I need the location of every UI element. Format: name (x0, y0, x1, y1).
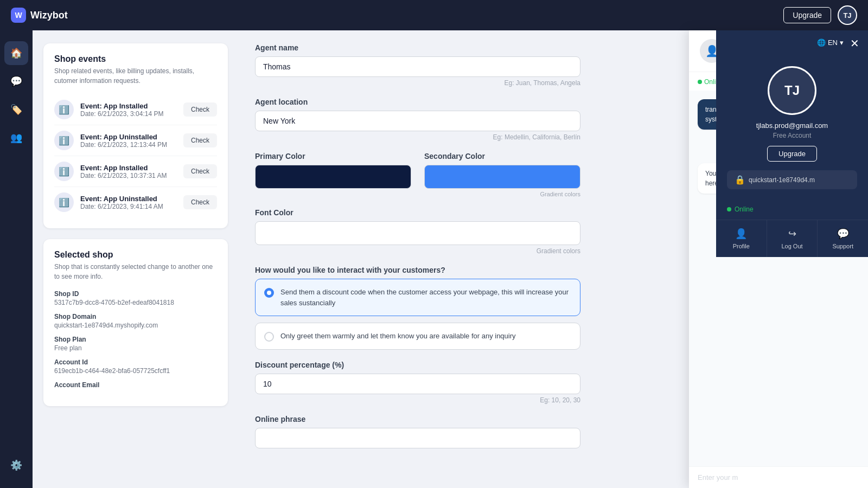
language-selector[interactable]: 🌐 EN ▾ (817, 38, 844, 47)
color-row: Primary Color Secondary Color Gradient c… (255, 152, 580, 197)
online-label: Online (735, 206, 754, 213)
radio-option-discount[interactable]: Send them a discount code when the custo… (255, 279, 580, 316)
selected-shop-card: Selected shop Shop that is constantly se… (43, 239, 228, 406)
sidebar-item-tag[interactable]: 🏷️ (4, 98, 28, 121)
account-email-label: Account Email (54, 381, 217, 389)
radio-circle-greet (264, 332, 274, 342)
check-button-3[interactable]: Check (183, 164, 217, 178)
shop-plan-row: Shop Plan Free plan (54, 336, 217, 352)
event-icon-1: ℹ️ (54, 100, 74, 119)
check-button-4[interactable]: Check (183, 195, 217, 209)
radio-circle-discount (264, 288, 274, 298)
event-date-2: Date: 6/21/2023, 12:13:44 PM (80, 141, 177, 149)
profile-user-icon: 👤 (735, 228, 747, 240)
event-info-4: Event: App Uninstalled Date: 6/21/2023, … (80, 195, 177, 210)
globe-icon: 🌐 (817, 38, 826, 47)
check-button-1[interactable]: Check (183, 102, 217, 117)
shop-domain-label: Shop Domain (54, 313, 217, 320)
shop-id-value: 5317c7b9-dcc8-4705-b2ef-edeaf8041818 (54, 299, 217, 306)
chat-online-dot (698, 80, 702, 84)
sidebar-item-home[interactable]: 🏠 (4, 41, 28, 65)
logout-action-label: Log Out (781, 243, 802, 249)
sidebar: 🏠 💬 🏷️ 👥 ⚙️ (0, 30, 33, 488)
profile-avatar: TJ (768, 66, 816, 115)
left-panel: Shop events Shop related events, like bi… (33, 30, 239, 488)
topnav: W Wizybot Upgrade TJ (0, 0, 868, 30)
online-dot (727, 207, 731, 211)
sidebar-item-chat[interactable]: 💬 (4, 69, 28, 93)
event-item-2: ℹ️ Event: App Uninstalled Date: 6/21/202… (54, 125, 217, 156)
logo: W Wizybot (11, 8, 68, 23)
lang-label: EN (828, 38, 838, 47)
profile-shop-badge: 🔒 quickstart-1e8749d4.m (727, 170, 857, 189)
account-id-row: Account Id 619ecb1b-c464-48e2-bfa6-05772… (54, 358, 217, 375)
account-id-value: 619ecb1b-c464-48e2-bfa6-057725cfcff1 (54, 367, 217, 375)
account-id-label: Account Id (54, 358, 217, 366)
radio-text-greet: Only greet them warmly and let them know… (280, 331, 516, 342)
chat-input-row (689, 466, 868, 488)
app-name: Wizybot (30, 10, 68, 21)
topnav-right: Upgrade TJ (783, 5, 857, 25)
event-title-2: Event: App Uninstalled (80, 133, 177, 141)
profile-actions: 👤 Profile ↪ Log Out 💬 Support (716, 220, 868, 257)
primary-color-group: Primary Color (255, 152, 411, 197)
radio-option-greet[interactable]: Only greet them warmly and let them know… (255, 323, 580, 350)
agent-name-hint: Eg: Juan, Thomas, Angela (255, 79, 580, 87)
event-title-1: Event: App Installed (80, 102, 177, 110)
event-date-4: Date: 6/21/2023, 9:41:14 AM (80, 203, 177, 210)
secondary-color-swatch[interactable] (424, 165, 580, 189)
user-avatar-button[interactable]: TJ (838, 5, 857, 25)
event-item-4: ℹ️ Event: App Uninstalled Date: 6/21/202… (54, 187, 217, 217)
selected-shop-desc: Shop that is constantly selected change … (54, 262, 217, 281)
shop-id-label: Shop ID (54, 290, 217, 298)
shop-plan-label: Shop Plan (54, 336, 217, 343)
event-info-2: Event: App Uninstalled Date: 6/21/2023, … (80, 133, 177, 149)
sidebar-item-settings[interactable]: ⚙️ (4, 453, 28, 477)
sidebar-item-users[interactable]: 👥 (4, 126, 28, 150)
lock-icon: 🔒 (735, 175, 745, 185)
shop-id-row: Shop ID 5317c7b9-dcc8-4705-b2ef-edeaf804… (54, 290, 217, 306)
event-date-3: Date: 6/21/2023, 10:37:31 AM (80, 172, 177, 179)
online-phrase-input[interactable] (255, 428, 580, 448)
secondary-color-group: Secondary Color Gradient colors (424, 152, 580, 197)
discount-pct-input[interactable] (255, 374, 580, 394)
logo-icon: W (11, 8, 26, 23)
shop-events-desc: Shop related events, like billing update… (54, 66, 217, 86)
font-gradient-hint: Gradient colors (255, 247, 580, 255)
primary-color-label: Primary Color (255, 152, 411, 160)
shop-domain-value: quickstart-1e8749d4.myshopify.com (54, 322, 217, 329)
profile-action-support[interactable]: 💬 Support (818, 220, 868, 257)
primary-color-swatch[interactable] (255, 165, 411, 189)
check-button-2[interactable]: Check (183, 133, 217, 147)
event-title-3: Event: App Installed (80, 164, 177, 172)
event-info-1: Event: App Installed Date: 6/21/2023, 3:… (80, 102, 177, 118)
chevron-down-icon: ▾ (840, 38, 844, 47)
radio-text-discount: Send them a discount code when the custo… (280, 287, 571, 308)
logout-icon: ↪ (788, 228, 796, 240)
chat-message-input[interactable] (698, 473, 859, 481)
upgrade-button[interactable]: Upgrade (783, 7, 831, 23)
shop-events-title: Shop events (54, 54, 217, 64)
support-icon: 💬 (837, 228, 849, 240)
shop-domain-row: Shop Domain quickstart-1e8749d4.myshopif… (54, 313, 217, 329)
profile-upgrade-button[interactable]: Upgrade (767, 146, 817, 162)
close-panel-button[interactable]: ✕ (850, 37, 859, 50)
support-action-label: Support (832, 243, 853, 249)
profile-action-logout[interactable]: ↪ Log Out (767, 220, 818, 257)
profile-shop-text: quickstart-1e8749d4.m (749, 176, 815, 184)
agent-name-input[interactable] (255, 56, 580, 77)
event-icon-4: ℹ️ (54, 192, 74, 212)
agent-location-hint: Eg: Medellin, California, Berlín (255, 133, 580, 141)
shop-plan-value: Free plan (54, 344, 217, 352)
event-icon-2: ℹ️ (54, 131, 74, 150)
profile-action-profile[interactable]: 👤 Profile (716, 220, 767, 257)
profile-action-label: Profile (733, 243, 750, 249)
font-color-swatch[interactable] (255, 221, 580, 245)
selected-shop-title: Selected shop (54, 250, 217, 260)
event-item-1: ℹ️ Event: App Installed Date: 6/21/2023,… (54, 94, 217, 125)
account-email-row: Account Email (54, 381, 217, 389)
profile-plan: Free Account (773, 132, 812, 139)
profile-online-status: Online (716, 200, 868, 213)
agent-location-input[interactable] (255, 111, 580, 131)
discount-pct-hint: Eg: 10, 20, 30 (255, 396, 580, 404)
